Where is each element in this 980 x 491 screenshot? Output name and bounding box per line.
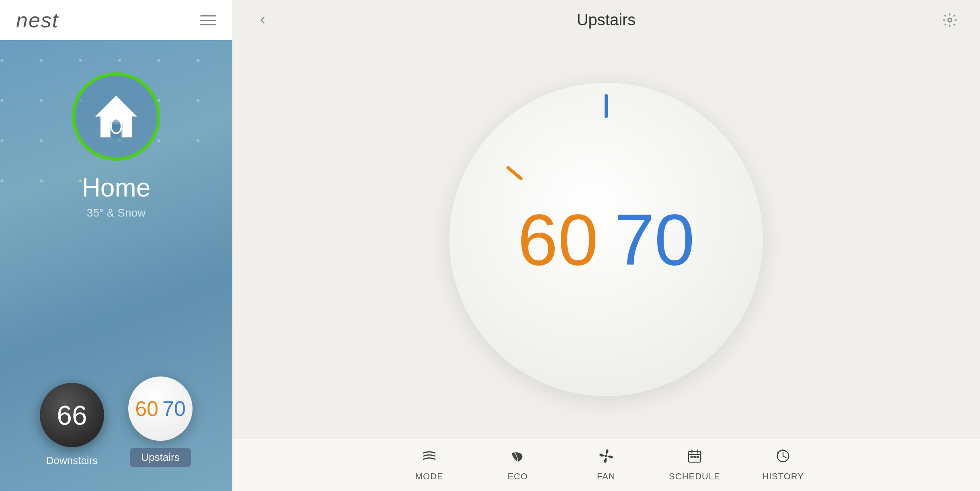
dial-heat-temp: 60: [518, 198, 598, 281]
thermostat-downstairs[interactable]: 66 Downstairs: [40, 383, 104, 467]
fan-icon: [599, 448, 614, 467]
dial-cool-temp: 70: [614, 198, 695, 281]
mode-label: MODE: [415, 471, 443, 482]
dial-area: 60 70: [232, 40, 980, 439]
downstairs-circle[interactable]: 66: [40, 383, 104, 447]
upstairs-heat-temp: 60: [135, 397, 158, 421]
eco-icon: [510, 448, 525, 467]
right-panel: Upstairs 60 70: [232, 0, 980, 491]
schedule-label: SCHEDULE: [669, 471, 720, 482]
svg-point-3: [948, 18, 952, 22]
downstairs-temp: 66: [57, 399, 87, 431]
home-label: Home: [82, 173, 151, 203]
nav-schedule[interactable]: SCHEDULE: [650, 442, 739, 488]
downstairs-label: Downstairs: [46, 454, 98, 467]
back-button[interactable]: [252, 10, 273, 30]
nav-history[interactable]: HISTORY: [739, 442, 827, 488]
svg-rect-10: [693, 456, 696, 458]
fan-label: FAN: [597, 471, 615, 482]
left-header: nest: [0, 0, 232, 40]
nest-logo: nest: [16, 8, 59, 32]
mode-icon: [422, 448, 437, 467]
left-panel: nest Home 35° & Snow 66 Downstairs: [0, 0, 232, 491]
history-icon: [775, 448, 791, 467]
page-title: Upstairs: [577, 11, 636, 29]
home-icon: [90, 90, 142, 143]
left-content: Home 35° & Snow 66 Downstairs 60 70 Upst…: [0, 40, 232, 491]
right-header: Upstairs: [232, 0, 980, 40]
weather-label: 35° & Snow: [87, 207, 146, 219]
nav-mode[interactable]: MODE: [385, 442, 474, 488]
heat-tick: [506, 166, 523, 181]
thermostat-dial[interactable]: 60 70: [449, 83, 763, 396]
svg-point-4: [605, 455, 607, 457]
cool-tick: [605, 94, 608, 118]
menu-button[interactable]: [200, 15, 216, 25]
upstairs-cool-temp: 70: [162, 397, 186, 421]
settings-button[interactable]: [940, 10, 960, 30]
dial-temperatures: 60 70: [518, 198, 695, 281]
upstairs-circle[interactable]: 60 70: [128, 376, 193, 441]
svg-rect-9: [691, 456, 693, 458]
thermostats-row: 66 Downstairs 60 70 Upstairs: [40, 376, 193, 467]
bottom-nav: MODE ECO FAN: [232, 439, 980, 491]
schedule-icon: [687, 448, 702, 467]
thermostat-upstairs[interactable]: 60 70 Upstairs: [128, 376, 193, 467]
svg-line-14: [783, 456, 786, 458]
history-label: HISTORY: [762, 471, 804, 482]
svg-rect-11: [697, 456, 699, 458]
nav-fan[interactable]: FAN: [562, 442, 650, 488]
home-icon-circle[interactable]: [72, 72, 160, 161]
nav-eco[interactable]: ECO: [474, 442, 562, 488]
upstairs-label: Upstairs: [130, 448, 191, 467]
svg-point-2: [111, 119, 121, 133]
eco-label: ECO: [508, 471, 528, 482]
